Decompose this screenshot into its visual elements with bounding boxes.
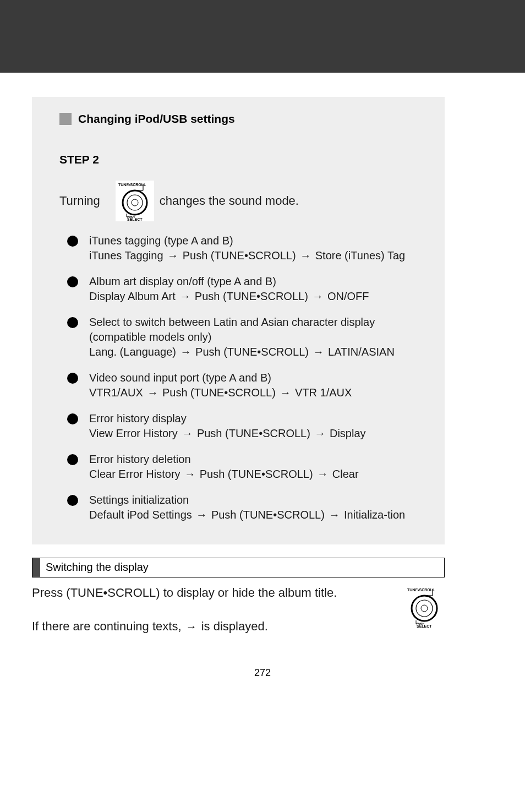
chain-step: Push (TUNE•SCROLL)	[183, 249, 296, 261]
list-item: Settings initialization Default iPod Set…	[59, 493, 428, 522]
instruction-prefix: If there are continuing texts,	[32, 619, 185, 633]
chain-step: Default iPod Settings	[89, 509, 192, 521]
knob-select-label: SELECT	[127, 217, 143, 221]
knob-top-label: TUNE•SCROLL	[118, 183, 146, 187]
bullet-title: Settings initialization	[89, 493, 423, 508]
chain-step: iTunes Tagging	[89, 249, 163, 261]
chain-step: Display Album Art	[89, 290, 176, 302]
chain-step: Push (TUNE•SCROLL)	[197, 427, 310, 439]
instruction-suffix: is displayed.	[198, 619, 268, 633]
chain-step: Store (iTunes) Tag	[315, 249, 405, 261]
arrow-right-icon: →	[166, 249, 179, 261]
chain-step: Push (TUNE•SCROLL)	[200, 468, 313, 480]
bullet-dot-icon	[67, 413, 78, 424]
bullet-dot-icon	[67, 495, 78, 506]
arrow-right-icon: →	[181, 427, 194, 439]
bullet-title: Error history display	[89, 411, 423, 426]
shaded-settings-box: Changing iPod/USB settings STEP 2 Turnin…	[32, 97, 445, 544]
chain-step: Lang. (Language)	[89, 346, 176, 358]
arrow-right-icon: →	[179, 346, 192, 358]
page-root: Changing iPod/USB settings STEP 2 Turnin…	[0, 0, 525, 679]
step-action-row: Turning TUNE•SCROLL PUSH SELECT changes …	[59, 181, 428, 221]
bullet-title: Error history deletion	[89, 452, 423, 467]
bullet-title: iTunes tagging (type A and B)	[89, 233, 423, 248]
section-header-bar: Switching the display	[32, 558, 445, 577]
knob-select-label: SELECT	[417, 624, 432, 628]
arrow-right-icon: →	[312, 346, 325, 358]
list-item: Video sound input port (type A and B) VT…	[59, 370, 428, 400]
settings-bullet-list: iTunes tagging (type A and B) iTunes Tag…	[59, 233, 428, 522]
section-subtitle: Changing iPod/USB settings	[59, 112, 428, 126]
arrow-right-icon: →	[195, 509, 208, 521]
chain-step: Clear	[332, 468, 359, 480]
chain-step: Display	[330, 427, 366, 439]
step-action-prefix: Turning	[59, 193, 100, 209]
arrow-right-icon: →	[299, 249, 312, 261]
knob-top-label: TUNE•SCROLL	[407, 588, 435, 592]
switching-display-section: Switching the display Press (TUNE•SCROLL…	[32, 558, 445, 634]
chain-step: Push (TUNE•SCROLL)	[195, 290, 308, 302]
tune-scroll-knob-icon: TUNE•SCROLL PUSH SELECT	[116, 181, 154, 221]
chain-step: VTR 1/AUX	[295, 386, 352, 399]
step-label-text: Changing iPod/USB settings	[78, 112, 235, 125]
instruction-line-1: Press (TUNE•SCROLL) to display or hide t…	[32, 585, 393, 601]
bullet-title: Select to switch between Latin and Asian…	[89, 315, 423, 345]
chain-step: VTR1/AUX	[89, 386, 143, 399]
section-title: Switching the display	[40, 558, 149, 577]
bullet-dot-icon	[67, 236, 78, 247]
arrow-right-icon: →	[183, 468, 196, 480]
chain-step: Push (TUNE•SCROLL)	[211, 509, 325, 521]
chain-step: Clear Error History	[89, 468, 181, 480]
chain-step: LATIN/ASIAN	[328, 346, 395, 358]
section-header-tab	[32, 558, 40, 577]
arrow-right-icon: →	[146, 386, 159, 399]
bullet-dot-icon	[67, 276, 78, 287]
list-item: Error history display View Error History…	[59, 411, 428, 441]
top-header-bar	[0, 0, 525, 73]
page-number: 272	[0, 667, 525, 679]
arrow-right-icon: →	[178, 290, 192, 302]
bullet-dot-icon	[67, 373, 78, 384]
list-item: iTunes tagging (type A and B) iTunes Tag…	[59, 233, 428, 263]
chain-step: ON/OFF	[327, 290, 369, 302]
step-number: STEP 2	[59, 153, 428, 166]
list-item: Album art display on/off (type A and B) …	[59, 274, 428, 304]
arrow-right-icon: →	[311, 290, 324, 302]
instruction-line-2: If there are continuing texts, → is disp…	[32, 619, 393, 635]
bullet-title: Video sound input port (type A and B)	[89, 370, 423, 385]
chain-step: View Error History	[89, 427, 178, 439]
chain-step: Initializa-tion	[344, 509, 405, 521]
list-item: Select to switch between Latin and Asian…	[59, 315, 428, 359]
list-item: Error history deletion Clear Error Histo…	[59, 452, 428, 482]
bullet-dot-icon	[67, 317, 78, 328]
chain-step: Push (TUNE•SCROLL)	[162, 386, 276, 399]
bullet-dot-icon	[67, 454, 78, 465]
tune-scroll-knob-icon: TUNE•SCROLL PUSH SELECT	[404, 585, 445, 628]
square-bullet-icon	[59, 113, 72, 125]
arrow-right-icon: →	[316, 468, 329, 480]
step-action-suffix: changes the sound mode.	[160, 193, 299, 209]
arrow-right-icon: →	[313, 427, 326, 439]
arrow-right-icon: →	[278, 386, 292, 399]
arrow-right-icon: →	[327, 509, 341, 521]
bullet-title: Album art display on/off (type A and B)	[89, 274, 423, 289]
chain-step: Push (TUNE•SCROLL)	[195, 346, 309, 358]
arrow-right-icon: →	[185, 620, 198, 633]
